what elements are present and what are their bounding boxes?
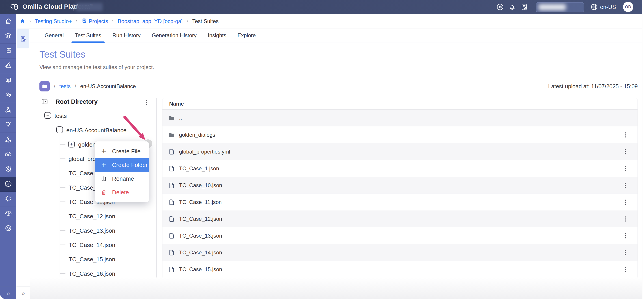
file-row-tc-case-1-json[interactable]: TC_Case_1.json — [162, 160, 638, 177]
row-menu-kebab-icon[interactable] — [624, 216, 627, 222]
file-name: TC_Case_11.json — [179, 199, 222, 205]
integrations-icon — [4, 195, 12, 203]
row-menu-kebab-icon[interactable] — [624, 198, 627, 206]
sidebar-item-cloud-services[interactable] — [0, 147, 16, 162]
release-notes-icon[interactable] — [520, 3, 528, 11]
user-avatar[interactable]: OD — [623, 2, 633, 12]
collapse-panel-icon[interactable] — [41, 98, 48, 105]
tree-item-label[interactable]: en-US.AccountBalance — [66, 127, 126, 134]
file-row-tc-case-15-json[interactable]: TC_Case_15.json — [162, 261, 638, 278]
rail-item-test-suites[interactable] — [17, 29, 29, 48]
tree-menu-kebab-icon[interactable] — [145, 99, 148, 106]
sidebar-item-support[interactable] — [0, 221, 16, 236]
notifications-icon[interactable] — [508, 3, 516, 11]
sidebar-item-voice-kiosk[interactable] — [0, 73, 16, 88]
row-menu-kebab-icon[interactable] — [624, 232, 627, 239]
expand-toggle-icon[interactable]: + — [68, 141, 75, 148]
tree-item-label[interactable]: TC_Case_14.json — [68, 242, 115, 248]
file-name: TC_Case_15.json — [179, 266, 222, 272]
tab-test-suites[interactable]: Test Suites — [69, 28, 107, 42]
rename-icon — [100, 176, 108, 182]
home-icon[interactable] — [20, 18, 25, 24]
file-row-tc-case-12-json[interactable]: TC_Case_12.json — [162, 210, 638, 227]
row-menu-kebab-icon[interactable] — [624, 266, 627, 273]
tree-item-label[interactable]: TC_Case_16.json — [68, 270, 115, 277]
file-row-golden-dialogs[interactable]: golden_dialogs — [162, 126, 638, 143]
tree-item-tc-case-14-json[interactable]: TC_Case_14.json — [40, 241, 156, 248]
help-center-icon[interactable] — [496, 3, 504, 11]
sidebar-expand-chevrons[interactable]: » — [0, 290, 16, 297]
tree-item-tc-case-15-json[interactable]: TC_Case_15.json — [40, 256, 156, 263]
sidebar-item-compliance[interactable] — [0, 206, 16, 221]
page-scrollbar[interactable] — [642, 0, 644, 299]
sidebar-item-integrations[interactable] — [0, 192, 16, 206]
row-menu-kebab-icon[interactable] — [624, 182, 627, 189]
sidebar-item-agent-assist[interactable] — [0, 88, 16, 103]
tab-explore[interactable]: Explore — [232, 28, 261, 42]
row-menu-kebab-icon[interactable] — [624, 131, 627, 138]
globe-icon[interactable] — [590, 3, 598, 11]
tab-run-history[interactable]: Run History — [107, 28, 146, 42]
sidebar-item-design-studio[interactable] — [0, 58, 16, 73]
language-selector[interactable]: en-US — [600, 4, 616, 10]
rail-expand-chevrons[interactable]: » — [16, 290, 30, 297]
file-name: TC_Case_13.json — [179, 233, 222, 239]
tab-general[interactable]: General — [39, 28, 69, 42]
sidebar-item-user-settings[interactable] — [0, 162, 16, 177]
menu-item-create-file[interactable]: +Create File — [95, 144, 149, 158]
file-row-tc-case-10-json[interactable]: TC_Case_10.json — [162, 177, 638, 194]
file-icon — [168, 199, 175, 206]
testing-studio-icon — [4, 180, 12, 188]
sidebar-item-orchestrator[interactable] — [0, 103, 16, 118]
file-row-global-properties-yml[interactable]: global_properties.yml — [162, 143, 638, 160]
file-row-tc-case-11-json[interactable]: TC_Case_11.json — [162, 194, 638, 210]
file-row-tc-case-14-json[interactable]: TC_Case_14.json — [162, 244, 638, 261]
menu-item-delete[interactable]: Delete — [95, 186, 149, 199]
tree-item-tc-case-16-json[interactable]: TC_Case_16.json — [40, 270, 156, 277]
row-menu-kebab-icon[interactable] — [624, 249, 627, 256]
file-icon — [168, 266, 175, 273]
menu-item-create-folder[interactable]: +Create Folder — [95, 158, 149, 172]
file-name: TC_Case_14.json — [179, 250, 222, 256]
sidebar-item-layers[interactable] — [0, 29, 16, 44]
breadcrumb-testing-studio[interactable]: Testing Studio+ — [35, 18, 72, 24]
file-icon — [168, 232, 175, 239]
global-search-input[interactable] — [536, 2, 584, 12]
tree-item-tc-case-12-json[interactable]: TC_Case_12.json — [40, 212, 156, 220]
sidebar-item-teams[interactable] — [0, 132, 16, 147]
row-menu-kebab-icon[interactable] — [624, 148, 627, 155]
redacted-search-text — [538, 4, 566, 10]
sidebar-item-testing-studio[interactable] — [0, 177, 16, 192]
tree-item-en-us-accountbalance[interactable]: −en-US.AccountBalance — [40, 126, 156, 134]
sidebar-item-home[interactable] — [0, 14, 16, 29]
path-separator: / — [74, 83, 76, 90]
path-segment-tests[interactable]: tests — [60, 83, 71, 90]
breadcrumb-boostrap-app-yd-ocp-qa[interactable]: Boostrap_app_YD [ocp-qa] — [118, 18, 182, 24]
tree-item-label[interactable]: TC_Case_15.json — [68, 256, 115, 263]
menu-item-rename[interactable]: Rename — [95, 172, 149, 186]
collapse-toggle-icon[interactable]: − — [56, 126, 63, 133]
column-header-name: Name — [169, 101, 184, 107]
tree-item-label[interactable]: tests — [54, 112, 67, 120]
secondary-rail — [16, 28, 30, 299]
sidebar-item-building-blocks[interactable] — [0, 44, 16, 58]
file-row-tc-case-13-json[interactable]: TC_Case_13.json — [162, 227, 638, 244]
tab-insights[interactable]: Insights — [202, 28, 232, 42]
file-icon — [168, 182, 175, 189]
files-table: Name ..golden_dialogsglobal_properties.y… — [162, 98, 638, 278]
breadcrumb-projects[interactable]: Projects — [82, 18, 108, 25]
tree-item-tests[interactable]: −tests — [40, 112, 156, 119]
home-icon — [4, 17, 12, 26]
plus-icon: + — [100, 162, 108, 169]
tree-item-label[interactable]: TC_Case_12.json — [68, 213, 115, 220]
tree-item-label[interactable]: TC_Case_13.json — [68, 227, 115, 234]
document-edit-icon — [20, 35, 27, 42]
tree-item-tc-case-13-json[interactable]: TC_Case_13.json — [40, 227, 156, 234]
row-menu-kebab-icon[interactable] — [624, 165, 627, 172]
tree-title: Root Directory — [56, 98, 98, 105]
file-row-[interactable]: .. — [162, 110, 638, 126]
collapse-toggle-icon[interactable]: − — [44, 112, 51, 119]
sidebar-item-insights-lab[interactable] — [0, 118, 16, 132]
tab-generation-history[interactable]: Generation History — [146, 28, 202, 42]
file-icon — [168, 165, 175, 172]
